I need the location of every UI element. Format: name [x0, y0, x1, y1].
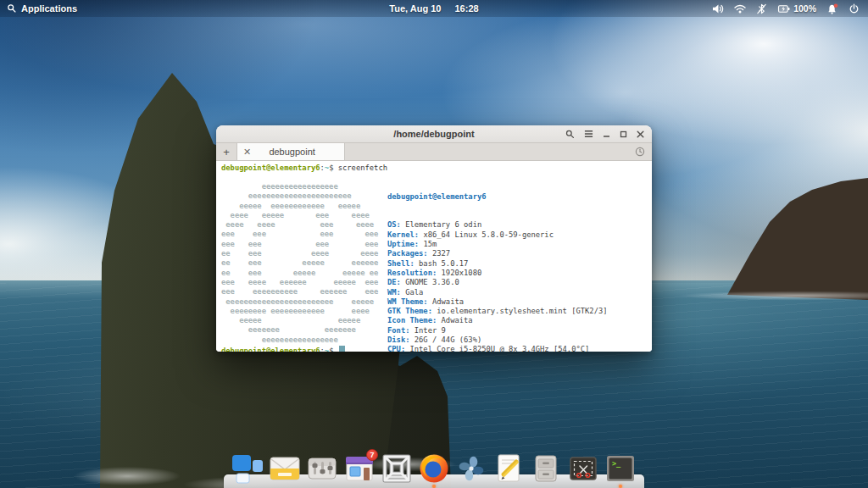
panel-date: Tue, Aug 10	[389, 3, 441, 14]
files-icon	[529, 452, 563, 485]
boxes-icon	[380, 452, 414, 485]
tab-close-icon[interactable]: ✕	[243, 147, 251, 157]
window-close-button[interactable]	[637, 130, 644, 138]
sysinfo-row: Font: Inter 9	[387, 326, 608, 336]
multitasking-view-icon	[231, 452, 264, 485]
tab-bar: + ✕ debugpoint	[216, 143, 652, 161]
top-panel: Applications Tue, Aug 10 16:28	[0, 0, 868, 17]
shotwell-icon	[454, 452, 488, 485]
dock-item-terminal[interactable]: >_	[604, 452, 637, 485]
appcenter-badge: 7	[366, 449, 378, 461]
minimize-icon	[603, 130, 610, 138]
sysinfo-row: GTK Theme: io.elementary.stylesheet.mint…	[387, 307, 608, 316]
tab-debugpoint[interactable]: ✕ debugpoint	[236, 143, 345, 160]
close-icon	[637, 130, 644, 138]
window-minimize-button[interactable]	[603, 130, 610, 138]
svg-text:>_: >_	[612, 459, 621, 468]
prompt-line-bottom: debugpoint@elementary6:~$	[221, 346, 345, 352]
search-icon	[565, 130, 575, 139]
sysinfo-row: Icon Theme: Adwaita	[387, 316, 608, 325]
screenshot-tool-icon	[566, 452, 600, 485]
terminal-running-indicator	[619, 485, 622, 488]
sysinfo-row: Disk: 26G / 44G (63%)	[387, 336, 608, 345]
firefox-icon	[417, 452, 451, 485]
sysinfo-row: WM: Gala	[387, 288, 608, 297]
dock-item-mail[interactable]	[268, 452, 302, 485]
dock-item-multitasking-view[interactable]	[231, 452, 264, 485]
tab-bar-timer[interactable]	[635, 143, 652, 160]
dock: 7	[224, 446, 644, 488]
dock-item-screenshot-tool[interactable]	[566, 452, 600, 485]
window-menu-button[interactable]	[584, 130, 593, 138]
ascii-art: eeeeeeeeeeeeeeeee eeeeeeeeeeeeeeeeeeeeee…	[221, 182, 378, 345]
datetime-indicator[interactable]: Tue, Aug 10 16:28	[0, 3, 868, 14]
maximize-icon	[620, 130, 627, 138]
sysinfo-row: OS: Elementary 6 odin	[387, 220, 608, 230]
terminal-cursor	[339, 346, 345, 352]
sysinfo-row: Packages: 2327	[387, 249, 608, 258]
dock-item-system-settings[interactable]	[305, 452, 339, 485]
hamburger-menu-icon	[584, 130, 593, 138]
sysinfo-row: Resolution: 1920x1080	[387, 269, 608, 278]
firefox-running-indicator	[432, 485, 436, 488]
dock-item-code[interactable]	[492, 452, 526, 485]
sysinfo-header: debugpoint@elementary6	[387, 192, 608, 202]
terminal-icon: >_	[604, 452, 637, 485]
dock-item-firefox[interactable]	[417, 452, 451, 485]
window-maximize-button[interactable]	[620, 130, 627, 138]
sysinfo-row: DE: GNOME 3.36.0	[387, 278, 608, 287]
clock-icon	[635, 147, 645, 157]
window-titlebar[interactable]: /home/debugpoint	[216, 125, 652, 143]
code-editor-icon	[492, 452, 526, 485]
mail-icon	[268, 452, 302, 485]
sysinfo-row: Kernel: x86_64 Linux 5.8.0-59-generic	[387, 230, 608, 240]
command-text: screenfetch	[338, 164, 387, 172]
new-tab-button[interactable]: +	[216, 143, 236, 160]
tab-label: debugpoint	[258, 147, 326, 157]
dock-item-shotwell[interactable]	[454, 452, 488, 485]
window-search-button[interactable]	[565, 130, 575, 139]
sysinfo-row: Uptime: 15m	[387, 240, 608, 249]
dock-item-appcenter[interactable]: 7	[342, 452, 376, 485]
sysinfo: debugpoint@elementary6 OS: Elementary 6 …	[387, 173, 608, 352]
terminal-content[interactable]: debugpoint@elementary6:~$ screenfetch ee…	[216, 161, 652, 352]
system-settings-icon	[305, 452, 339, 485]
prompt-line: debugpoint@elementary6:~$ screenfetch	[221, 164, 387, 173]
dock-item-files[interactable]	[529, 452, 563, 485]
prompt-user: debugpoint@elementary6	[221, 164, 320, 172]
panel-time: 16:28	[454, 3, 478, 14]
sysinfo-row: CPU: Intel Core i5-8250U @ 8x 3.4GHz [54…	[387, 345, 608, 352]
terminal-window: /home/debugpoint	[216, 125, 652, 352]
dock-item-boxes[interactable]	[380, 452, 414, 485]
sysinfo-row: WM Theme: Adwaita	[387, 297, 608, 307]
sysinfo-row: Shell: bash 5.0.17	[387, 259, 608, 269]
